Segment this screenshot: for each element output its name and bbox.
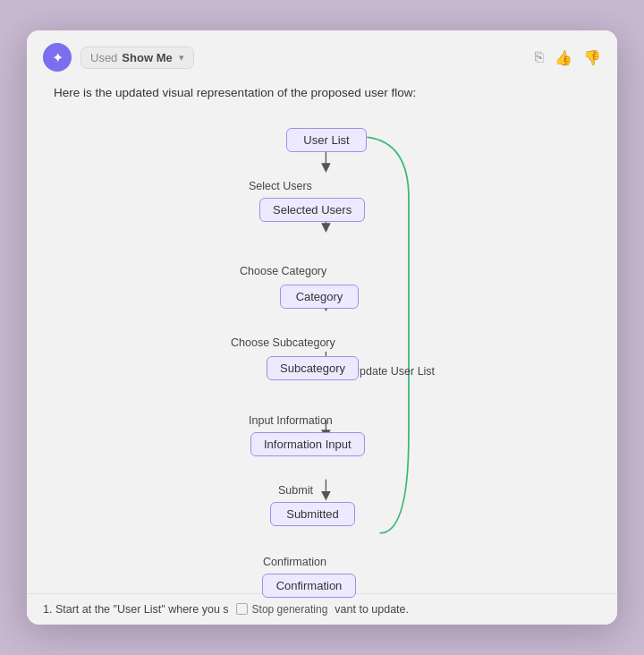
diagram-container: Select Users Choose Category Choose Subc… (134, 119, 510, 584)
content-area: Here is the updated visual representatio… (27, 81, 617, 592)
header-bar: ✦ Used Show Me ▾ ⎘ 👍 👎 (27, 30, 617, 81)
label-select-users: Select Users (249, 180, 312, 192)
header-actions: ⎘ 👍 👎 (535, 49, 601, 66)
thumb-up-icon[interactable]: 👍 (555, 49, 572, 66)
diagram-area: Select Users Choose Category Choose Subc… (54, 119, 590, 593)
footer-suffix: vant to update. (335, 603, 409, 616)
node-user-list: User List (286, 128, 367, 152)
label-submit: Submit (278, 484, 313, 497)
label-input-information: Input Information (249, 414, 333, 427)
stop-label[interactable]: Stop generating (252, 603, 328, 616)
footer-text: 1. Start at the "User List" where you s (43, 603, 229, 616)
node-confirmation: Confirmation (262, 574, 356, 598)
node-submitted: Submitted (270, 502, 355, 526)
header-left: ✦ Used Show Me ▾ (43, 43, 194, 72)
main-window: ✦ Used Show Me ▾ ⎘ 👍 👎 Here is the updat… (27, 30, 617, 624)
copy-icon[interactable]: ⎘ (535, 49, 544, 65)
stop-generating-area[interactable]: Stop generating (236, 603, 328, 616)
intro-text: Here is the updated visual representatio… (54, 84, 590, 102)
label-choose-subcategory: Choose Subcategory (231, 336, 335, 349)
node-selected-users: Selected Users (259, 198, 365, 222)
footer-bar: 1. Start at the "User List" where you s … (27, 593, 617, 625)
logo-icon: ✦ (43, 43, 72, 72)
label-choose-category: Choose Category (240, 265, 326, 277)
thumb-down-icon[interactable]: 👎 (583, 49, 601, 66)
label-confirmation: Confirmation (263, 556, 326, 568)
node-subcategory: Subcategory (267, 356, 359, 380)
tool-badge[interactable]: Used Show Me ▾ (80, 47, 194, 69)
label-update-user-list: Update User List (352, 365, 435, 378)
stop-checkbox[interactable] (236, 603, 248, 615)
node-information-input: Information Input (250, 432, 365, 456)
node-category: Category (280, 285, 359, 309)
